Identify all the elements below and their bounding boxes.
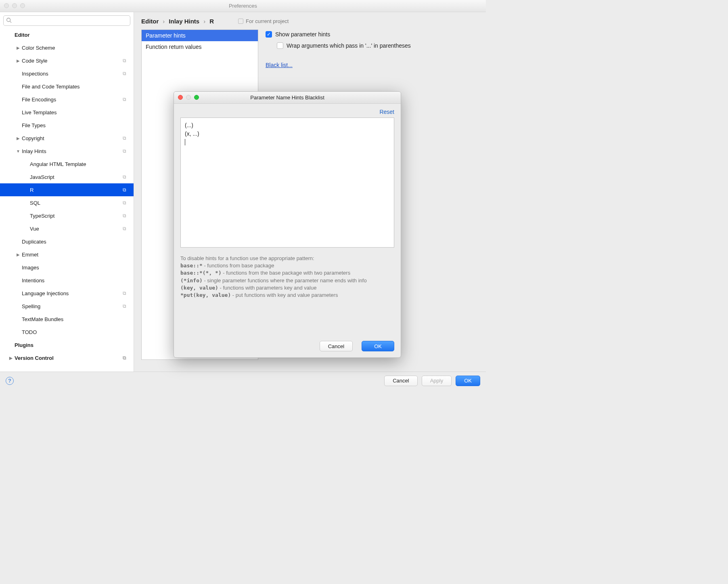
text-cursor — [185, 139, 185, 145]
svg-line-1 — [10, 21, 12, 23]
dialog-ok-button[interactable]: OK — [362, 341, 394, 351]
dialog-title: Parameter Name Hints Blacklist — [250, 95, 324, 101]
zoom-icon[interactable] — [20, 3, 25, 8]
project-scope-icon — [238, 19, 243, 24]
window-title: Preferences — [229, 3, 257, 9]
dialog-cancel-button[interactable]: Cancel — [320, 341, 353, 351]
dialog-footer: Cancel OK — [174, 338, 401, 357]
apply-button[interactable]: Apply — [422, 376, 452, 386]
tree-inspections[interactable]: Inspections⧉ — [3, 67, 130, 80]
project-scope-icon: ⧉ — [123, 97, 126, 102]
minimize-icon[interactable] — [12, 3, 17, 8]
show-parameter-hints-checkbox[interactable]: ✓ Show parameter hints — [266, 31, 479, 38]
close-icon[interactable] — [4, 3, 9, 8]
breadcrumb: Editor › Inlay Hints › R For current pro… — [141, 18, 479, 25]
project-scope-icon: ⧉ — [123, 58, 126, 63]
tree-plugins[interactable]: Plugins — [3, 338, 130, 351]
category-return-values[interactable]: Function return values — [142, 41, 258, 53]
sidebar: Editor ▶Color Scheme ▶Code Style⧉ Inspec… — [0, 12, 134, 372]
search-input[interactable] — [3, 15, 130, 26]
checkbox-icon: ✓ — [266, 31, 272, 38]
ok-button[interactable]: OK — [456, 376, 480, 386]
project-scope-icon: ⧉ — [123, 148, 126, 154]
settings-tree: Editor ▶Color Scheme ▶Code Style⧉ Inspec… — [3, 28, 130, 364]
project-scope-icon: ⧉ — [123, 187, 126, 193]
wrap-args-checkbox[interactable]: Wrap arguments which pass in '...' in pa… — [277, 42, 479, 49]
project-scope-icon: ⧉ — [123, 290, 126, 296]
tree-sql[interactable]: SQL⧉ — [3, 196, 130, 209]
dialog-footer: ? Cancel Apply OK — [0, 372, 486, 389]
tree-textmate[interactable]: TextMate Bundles — [3, 313, 130, 326]
tree-version-control[interactable]: ▶Version Control⧉ — [3, 351, 130, 364]
tree-javascript[interactable]: JavaScript⧉ — [3, 170, 130, 183]
minimize-icon[interactable] — [186, 95, 191, 100]
zoom-icon[interactable] — [194, 95, 199, 100]
dialog-titlebar: Parameter Name Hints Blacklist — [174, 92, 401, 104]
help-text: To disable hints for a function use the … — [180, 255, 394, 299]
traffic-lights — [4, 3, 25, 8]
traffic-lights — [178, 95, 199, 100]
tree-editor[interactable]: Editor — [3, 28, 130, 41]
crumb-inlay[interactable]: Inlay Hints — [169, 18, 199, 25]
project-scope-icon: ⧉ — [123, 135, 126, 141]
category-parameter-hints[interactable]: Parameter hints — [142, 30, 258, 41]
tree-duplicates[interactable]: Duplicates — [3, 235, 130, 248]
project-scope-icon: ⧉ — [123, 355, 126, 361]
window-titlebar: Preferences — [0, 0, 486, 12]
tree-angular[interactable]: Angular HTML Template — [3, 158, 130, 170]
blacklist-link[interactable]: Black list... — [266, 62, 293, 68]
tree-vue[interactable]: Vue⧉ — [3, 222, 130, 235]
project-scope-icon: ⧉ — [123, 226, 126, 231]
tree-file-types[interactable]: File Types — [3, 119, 130, 132]
tree-color-scheme[interactable]: ▶Color Scheme — [3, 41, 130, 54]
blacklist-textarea[interactable]: (...) (x, ...) — [180, 118, 394, 248]
tree-typescript[interactable]: TypeScript⧉ — [3, 209, 130, 222]
reset-link[interactable]: Reset — [180, 109, 394, 115]
svg-point-0 — [7, 18, 10, 22]
search-container — [3, 15, 130, 26]
chevron-right-icon: › — [163, 18, 165, 25]
tree-inlay-hints[interactable]: ▼Inlay Hints⧉ — [3, 145, 130, 158]
project-scope-icon: ⧉ — [123, 200, 126, 206]
tree-spelling[interactable]: Spelling⧉ — [3, 300, 130, 313]
project-scope-icon: ⧉ — [123, 303, 126, 309]
tree-todo[interactable]: TODO — [3, 326, 130, 338]
project-scope-icon: ⧉ — [123, 174, 126, 180]
cancel-button[interactable]: Cancel — [384, 376, 417, 386]
tree-emmet[interactable]: ▶Emmet — [3, 248, 130, 261]
blacklist-dialog: Parameter Name Hints Blacklist Reset (..… — [174, 91, 401, 358]
project-scope-icon: ⧉ — [123, 213, 126, 218]
help-button[interactable]: ? — [6, 377, 14, 385]
project-scope-icon: ⧉ — [123, 71, 126, 76]
tree-file-code-templates[interactable]: File and Code Templates — [3, 80, 130, 93]
checkbox-icon — [277, 42, 283, 49]
crumb-editor[interactable]: Editor — [141, 18, 159, 25]
tree-file-encodings[interactable]: File Encodings⧉ — [3, 93, 130, 106]
chevron-right-icon: › — [203, 18, 205, 25]
tree-r[interactable]: R⧉ — [0, 183, 134, 196]
tree-code-style[interactable]: ▶Code Style⧉ — [3, 54, 130, 67]
tree-copyright[interactable]: ▶Copyright⧉ — [3, 132, 130, 145]
tree-images[interactable]: Images — [3, 261, 130, 274]
tree-live-templates[interactable]: Live Templates — [3, 106, 130, 119]
close-icon[interactable] — [178, 95, 183, 100]
project-scope-label: For current project — [238, 18, 289, 24]
tree-language-injections[interactable]: Language Injections⧉ — [3, 287, 130, 300]
search-icon — [6, 17, 12, 24]
tree-intentions[interactable]: Intentions — [3, 274, 130, 287]
crumb-r: R — [209, 18, 214, 25]
